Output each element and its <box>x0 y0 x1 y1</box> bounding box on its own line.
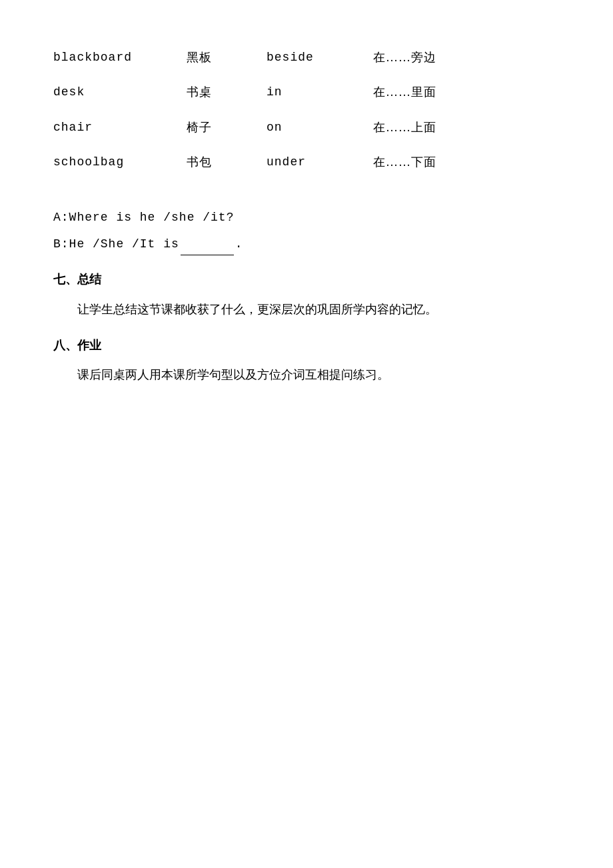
dialogue-b-prefix: B:He /She /It is <box>53 237 179 251</box>
vocab-english-1: blackboard <box>53 40 187 75</box>
vocab-prep-3: on <box>267 110 373 145</box>
vocab-chinese-1: 黑板 <box>187 40 267 75</box>
vocab-prep-4: under <box>267 145 373 179</box>
vocab-english-4: schoolbag <box>53 145 187 179</box>
vocab-meaning-4: 在……下面 <box>373 145 506 179</box>
vocab-english-3: chair <box>53 110 187 145</box>
dialogue-line-b: B:He /She /It is . <box>53 233 560 255</box>
dialogue-line-a: A:Where is he /she /it? <box>53 207 560 228</box>
section-summary-title: 七、总结 <box>53 269 560 290</box>
dialogue-b-underline <box>181 233 234 255</box>
section-summary-content: 让学生总结这节课都收获了什么，更深层次的巩固所学内容的记忆。 <box>53 297 560 321</box>
vocab-chinese-4: 书包 <box>187 145 267 179</box>
dialogue-b-suffix: . <box>235 237 243 251</box>
vocab-meaning-2: 在……里面 <box>373 75 506 109</box>
vocab-table: blackboard 黑板 beside 在……旁边 desk 书桌 in 在…… <box>53 40 560 180</box>
section-summary: 七、总结 让学生总结这节课都收获了什么，更深层次的巩固所学内容的记忆。 <box>53 269 560 321</box>
section-homework-title: 八、作业 <box>53 335 560 356</box>
vocab-prep-2: in <box>267 75 373 109</box>
vocab-chinese-2: 书桌 <box>187 75 267 109</box>
section-homework: 八、作业 课后同桌两人用本课所学句型以及方位介词互相提问练习。 <box>53 335 560 387</box>
section-homework-content: 课后同桌两人用本课所学句型以及方位介词互相提问练习。 <box>53 363 560 387</box>
vocab-meaning-3: 在……上面 <box>373 110 506 145</box>
vocab-english-2: desk <box>53 75 187 109</box>
vocab-prep-1: beside <box>267 40 373 75</box>
vocab-meaning-1: 在……旁边 <box>373 40 506 75</box>
dialogue-section: A:Where is he /she /it? B:He /She /It is… <box>53 207 560 256</box>
vocab-chinese-3: 椅子 <box>187 110 267 145</box>
